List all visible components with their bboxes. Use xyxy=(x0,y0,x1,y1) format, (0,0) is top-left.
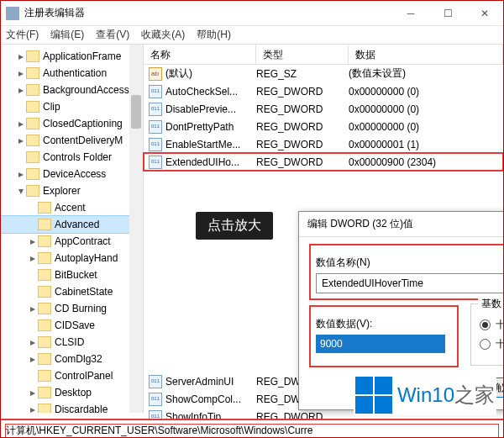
tree-node[interactable]: ▸AppContract xyxy=(1,233,143,250)
value-name-input[interactable] xyxy=(316,273,504,293)
value-data-input[interactable]: 9000 xyxy=(316,335,445,353)
tree-node[interactable]: ControlPanel xyxy=(1,367,143,384)
tree-node[interactable]: CabinetState xyxy=(1,283,143,300)
tree-label: Explorer xyxy=(43,185,81,197)
tree-node[interactable]: ▸Desktop xyxy=(1,384,143,401)
value-type: REG_DWORD xyxy=(256,139,349,150)
tree-node[interactable]: Clip xyxy=(1,98,143,115)
tree-label: BackgroundAccess xyxy=(43,84,129,96)
tree-node[interactable]: ▸CD Burning xyxy=(1,300,143,317)
tree-label: Desktop xyxy=(55,387,92,398)
folder-icon xyxy=(26,67,39,79)
watermark-logo: Win10之家 xyxy=(354,375,496,415)
tree-node[interactable]: ▸Discardable xyxy=(1,401,143,413)
menu-favorites[interactable]: 收藏夹(A) xyxy=(141,28,185,42)
col-name[interactable]: 名称 xyxy=(144,45,256,64)
folder-icon xyxy=(26,135,39,146)
value-data-label: 数值数据(V): xyxy=(316,317,452,331)
value-icon xyxy=(149,85,162,98)
tree-label: CD Burning xyxy=(55,303,107,314)
tree-node[interactable]: ▸DeviceAccess xyxy=(1,166,143,182)
tree-label: AutoplayHand xyxy=(55,252,118,264)
value-type: REG_SZ xyxy=(256,68,349,80)
dialog-title: 编辑 DWORD (32 位)值 xyxy=(307,217,504,231)
list-header: 名称 类型 数据 xyxy=(144,45,503,65)
value-type: REG_DWORD xyxy=(256,121,349,133)
tree-node[interactable]: ▸AutoplayHand xyxy=(1,250,143,266)
col-data[interactable]: 数据 xyxy=(349,45,503,64)
value-data: 0x00000001 (1) xyxy=(349,139,503,150)
tree-node[interactable]: ▸BackgroundAccess xyxy=(1,82,143,98)
value-row[interactable]: ExtendedUIHo...REG_DWORD0x00000900 (2304… xyxy=(144,153,503,171)
tree-node[interactable]: ▸ComDlg32 xyxy=(1,351,143,367)
value-icon xyxy=(149,138,162,151)
folder-icon xyxy=(38,319,51,331)
menu-edit[interactable]: 编辑(E) xyxy=(50,28,84,42)
value-type: REG_DWORD xyxy=(256,103,349,115)
radio-hex[interactable]: 十六进制(H) xyxy=(480,318,504,332)
tree-label: Discardable xyxy=(55,404,108,413)
folder-icon xyxy=(38,404,51,413)
value-row[interactable]: EnableStartMe...REG_DWORD0x00000001 (1) xyxy=(144,135,503,153)
folder-icon xyxy=(38,336,51,348)
value-name: AutoCheckSel... xyxy=(165,86,238,98)
app-icon xyxy=(6,7,19,20)
value-name-label: 数值名称(N) xyxy=(316,256,504,270)
tree-node[interactable]: Controls Folder xyxy=(1,149,143,166)
tree-label: Authentication xyxy=(43,67,107,79)
tree-node[interactable]: ▸ApplicationFrame xyxy=(1,48,143,65)
tree-label: Controls Folder xyxy=(43,151,112,163)
tree-node[interactable]: ▸Authentication xyxy=(1,65,143,82)
menu-bar: 文件(F) 编辑(E) 查看(V) 收藏夹(A) 帮助(H) xyxy=(1,26,503,45)
tree-node[interactable]: Accent xyxy=(1,199,143,216)
minimize-button[interactable]: ─ xyxy=(392,2,429,25)
base-group: 基数 十六进制(H) 十进制(D) xyxy=(470,303,504,366)
menu-view[interactable]: 查看(V) xyxy=(96,28,129,42)
tree-node[interactable]: Advanced xyxy=(1,216,143,233)
folder-icon xyxy=(38,353,51,365)
folder-icon xyxy=(26,168,39,180)
tree-node[interactable]: ▸ContentDeliveryM xyxy=(1,132,143,149)
folder-icon xyxy=(38,286,51,298)
value-name: DontPrettyPath xyxy=(165,121,234,133)
value-icon xyxy=(149,393,162,406)
maximize-button[interactable]: ☐ xyxy=(429,2,466,25)
tree-label: BitBucket xyxy=(55,269,97,281)
radio-dec[interactable]: 十进制(D) xyxy=(480,337,504,351)
value-name: ExtendedUIHo... xyxy=(165,156,239,168)
tree-node[interactable]: BitBucket xyxy=(1,266,143,283)
tree-label: CabinetState xyxy=(55,286,113,298)
tree-node[interactable]: ▾Explorer xyxy=(1,182,143,199)
close-button[interactable]: ✕ xyxy=(466,2,503,25)
tree-label: ClosedCaptioning xyxy=(43,118,123,129)
value-data: 0x00000000 (0) xyxy=(349,121,503,133)
tree-node[interactable]: ▸ClosedCaptioning xyxy=(1,115,143,132)
tree-label: Advanced xyxy=(55,219,99,230)
menu-file[interactable]: 文件(F) xyxy=(6,28,39,42)
value-icon xyxy=(149,67,162,81)
value-name: (默认) xyxy=(165,66,192,81)
menu-help[interactable]: 帮助(H) xyxy=(197,28,231,42)
tree-label: Accent xyxy=(55,202,86,214)
value-type: REG_DWORD xyxy=(256,156,349,168)
value-row[interactable]: (默认)REG_SZ(数值未设置) xyxy=(144,65,503,82)
window-titlebar: 注册表编辑器 ─ ☐ ✕ xyxy=(1,1,503,26)
tree-node[interactable]: CIDSave xyxy=(1,317,143,334)
value-type: REG_DWORD xyxy=(256,86,349,98)
value-icon xyxy=(149,375,162,388)
radio-icon xyxy=(480,319,491,330)
value-name: ShowCompCol... xyxy=(165,393,241,405)
registry-tree[interactable]: ▸ApplicationFrame▸Authentication▸Backgro… xyxy=(1,45,144,413)
status-bar: 计算机\HKEY_CURRENT_USER\Software\Microsoft… xyxy=(1,419,503,437)
value-name: EnableStartMe... xyxy=(165,139,240,150)
value-row[interactable]: AutoCheckSel...REG_DWORD0x00000000 (0) xyxy=(144,82,503,100)
tree-scrollbar[interactable] xyxy=(129,45,143,413)
value-row[interactable]: DontPrettyPathREG_DWORD0x00000000 (0) xyxy=(144,118,503,135)
col-type[interactable]: 类型 xyxy=(256,45,349,64)
value-row[interactable]: DisablePrevie...REG_DWORD0x00000000 (0) xyxy=(144,100,503,118)
value-data: (数值未设置) xyxy=(349,66,503,81)
folder-icon xyxy=(26,84,39,96)
tree-node[interactable]: ▸CLSID xyxy=(1,334,143,351)
value-icon xyxy=(149,156,162,169)
value-icon xyxy=(149,120,162,134)
